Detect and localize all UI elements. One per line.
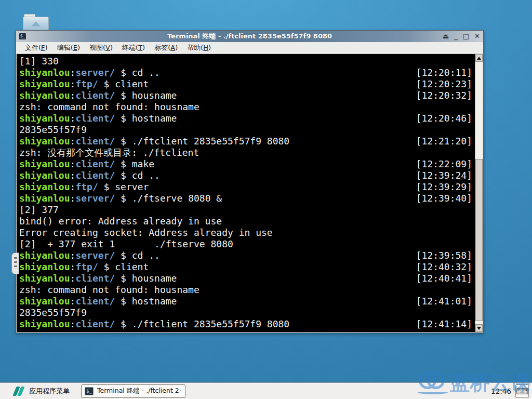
terminal-icon: $_ — [19, 33, 26, 40]
terminal-line: 2835e55f57f9 — [19, 124, 472, 136]
panel-hide-handle[interactable] — [11, 252, 19, 274]
terminal-line: [2] 377 — [19, 204, 472, 216]
window-title: Terminal 终端 - ./ftclient 2835e55f57f9 80… — [16, 32, 483, 41]
terminal-line: shiyanlou:client/ $ ./ftclient 2835e55f5… — [19, 136, 472, 147]
terminal-line: 2835e55f57f9 — [19, 307, 472, 318]
terminal-line: shiyanlou:client/ $ ./ftclient 2835e55f5… — [19, 318, 472, 330]
taskbar: 应用程序菜单 $_ Terminal 终端 - ./ftclient 2⋯ 12… — [0, 382, 532, 399]
terminal-line: shiyanlou:ftp/ $ client[12:20:23] — [19, 78, 472, 90]
command-timestamp: [12:41:01] — [416, 296, 472, 307]
taskbar-window-label: Terminal 终端 - ./ftclient 2⋯ — [97, 387, 182, 395]
command-timestamp: [12:40:41] — [416, 273, 472, 284]
command-timestamp: [12:20:32] — [416, 90, 472, 101]
applications-menu-button[interactable]: 应用程序菜单 — [29, 387, 70, 396]
menu-item-f[interactable]: 文件(F) — [20, 42, 52, 54]
terminal-line: shiyanlou:ftp/ $ client[12:40:32] — [19, 261, 472, 273]
keyboard-icon: ⌨ — [516, 386, 529, 396]
command-timestamp: [12:20:46] — [416, 113, 472, 124]
menu-item-a[interactable]: 标签(A) — [150, 42, 182, 54]
menu-item-v[interactable]: 视图(V) — [85, 42, 117, 54]
terminal-line: shiyanlou:server/ $ cd ..[12:20:11] — [19, 67, 472, 78]
command-timestamp: [12:39:24] — [416, 170, 472, 181]
input-method-button[interactable]: ⌨ — [515, 384, 529, 398]
shiyanlou-logo-icon[interactable] — [14, 386, 25, 396]
scrollbar-thumb[interactable] — [475, 159, 483, 321]
terminal-line: shiyanlou:ftp/ $ server[12:39:29] — [19, 181, 472, 193]
terminal-line: shiyanlou:client/ $ hostname[12:41:01] — [19, 296, 472, 307]
menu-item-t[interactable]: 终端(T) — [117, 42, 150, 54]
terminal-line: [2] + 377 exit 1 ./ftserve 8080 — [19, 238, 472, 250]
maximize-button[interactable]: □ — [463, 31, 469, 42]
command-timestamp: [12:20:11] — [416, 67, 472, 78]
menu-item-h[interactable]: 帮助(H) — [182, 42, 216, 54]
terminal-window: $_ Terminal 终端 - ./ftclient 2835e55f57f9… — [16, 30, 484, 333]
terminal-line: shiyanlou:server/ $ cd ..[12:39:58] — [19, 250, 472, 261]
terminal-line: shiyanlou:client/ $ hostname[12:20:46] — [19, 113, 472, 124]
terminal-line: zsh: command not found: housname — [19, 284, 472, 296]
taskbar-window-button[interactable]: $_ Terminal 终端 - ./ftclient 2⋯ — [81, 384, 185, 398]
terminal-line: [1] 330 — [19, 56, 472, 67]
minimize-button[interactable]: _ — [454, 31, 458, 42]
terminal-line: shiyanlou:client/ $ make[12:22:09] — [19, 158, 472, 170]
terminal-line: zsh: command not found: housname — [19, 101, 472, 113]
terminal-line: shiyanlou:client/ $ housname[12:40:41] — [19, 273, 472, 284]
scroll-up-button[interactable] — [475, 54, 483, 62]
folder-arrow-emblem — [31, 21, 41, 26]
command-timestamp: [12:40:32] — [416, 261, 472, 273]
menu-item-e[interactable]: 编辑(E) — [52, 42, 85, 54]
terminal-menubar: 文件(F)编辑(E)视图(V)终端(T)标签(A)帮助(H) — [16, 42, 483, 54]
terminal-line: shiyanlou:client/ $ housname[12:20:32] — [19, 90, 472, 101]
command-timestamp: [12:39:58] — [416, 250, 472, 261]
window-titlebar[interactable]: $_ Terminal 终端 - ./ftclient 2835e55f57f9… — [16, 31, 483, 42]
shade-button[interactable]: ⏏ — [443, 31, 449, 42]
close-button[interactable]: ✕ — [474, 31, 480, 42]
clock[interactable]: 12:46 — [491, 387, 511, 395]
command-timestamp: [12:41:14] — [416, 318, 472, 330]
command-timestamp: [12:22:09] — [416, 158, 472, 170]
arrow-down-icon — [477, 327, 481, 330]
terminal-icon: $_ — [85, 387, 94, 395]
terminal-line: zsh: 没有那个文件或目录: ./ftclient — [19, 147, 472, 158]
command-timestamp: [12:20:23] — [416, 78, 472, 90]
terminal-scrollbar[interactable] — [475, 54, 483, 332]
command-timestamp: [12:39:40] — [416, 193, 472, 204]
command-timestamp: [12:39:29] — [416, 181, 472, 193]
terminal-viewport[interactable]: [1] 330shiyanlou:server/ $ cd ..[12:20:1… — [17, 54, 475, 332]
scroll-down-button[interactable] — [475, 324, 483, 332]
terminal-line: shiyanlou:client/ $ cd ..[12:39:24] — [19, 170, 472, 181]
command-timestamp: [12:21:20] — [416, 136, 472, 147]
arrow-up-icon — [477, 57, 481, 60]
terminal-line: Error creating socket: Address already i… — [19, 227, 472, 238]
terminal-line: shiyanlou:server/ $ ./ftserve 8080 &[12:… — [19, 193, 472, 204]
terminal-line: bind() error: Address already in use — [19, 216, 472, 227]
